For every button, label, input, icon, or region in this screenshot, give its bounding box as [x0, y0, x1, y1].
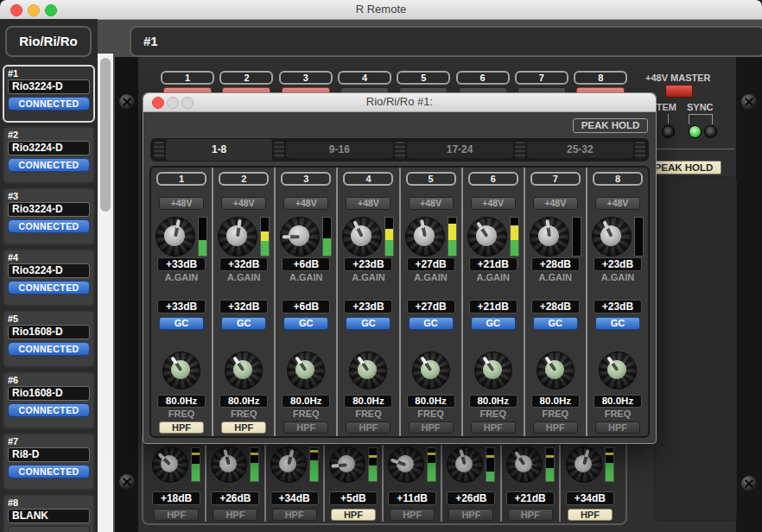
- gc-gain-value[interactable]: +28dB: [531, 300, 580, 314]
- hpf-frequency-value[interactable]: 80.0Hz: [407, 395, 455, 408]
- hpf-button[interactable]: HPF: [508, 509, 553, 521]
- phantom-48v-button[interactable]: +48V: [409, 197, 454, 210]
- analog-gain-knob[interactable]: [530, 217, 569, 256]
- analog-gain-knob[interactable]: [592, 217, 632, 256]
- hpf-button[interactable]: HPF: [346, 421, 391, 434]
- phantom-48v-button[interactable]: +48V: [346, 197, 391, 210]
- hpf-button[interactable]: HPF: [390, 509, 435, 521]
- analog-gain-knob[interactable]: [218, 217, 257, 256]
- device-item[interactable]: #1 Rio3224-D CONNECTED: [3, 65, 95, 123]
- analog-gain-value[interactable]: +21dB: [469, 257, 518, 271]
- hpf-frequency-value[interactable]: 80.0Hz: [594, 395, 642, 408]
- hpf-button[interactable]: HPF: [568, 509, 613, 521]
- hpf-button[interactable]: HPF: [154, 509, 199, 521]
- gain-compensation-button[interactable]: GC: [595, 317, 640, 330]
- tab-9-16[interactable]: 9-16: [286, 142, 392, 158]
- analog-gain-value[interactable]: +32dB: [219, 257, 268, 271]
- phantom-48v-button[interactable]: +48V: [595, 197, 640, 210]
- gain-knob[interactable]: [329, 446, 365, 483]
- gc-gain-value[interactable]: +23dB: [344, 300, 392, 314]
- analog-gain-value[interactable]: +28dB: [531, 257, 580, 271]
- gain-compensation-button[interactable]: GC: [283, 317, 328, 330]
- device-item[interactable]: #7 Ri8-D CONNECTED: [3, 433, 95, 491]
- gain-value[interactable]: +21dB: [506, 491, 555, 505]
- hpf-frequency-knob[interactable]: [474, 352, 512, 390]
- hpf-button[interactable]: HPF: [409, 421, 454, 434]
- analog-gain-knob[interactable]: [467, 217, 507, 256]
- tab-25-32[interactable]: 25-32: [527, 142, 633, 158]
- analog-gain-knob[interactable]: [156, 217, 195, 256]
- gc-gain-value[interactable]: +33dB: [157, 300, 206, 314]
- gain-value[interactable]: +11dB: [388, 491, 436, 505]
- gc-gain-value[interactable]: +6dB: [282, 300, 330, 314]
- device-item[interactable]: #4 Rio3224-D CONNECTED: [3, 249, 95, 307]
- gain-knob[interactable]: [566, 446, 602, 483]
- gain-value[interactable]: +34dB: [566, 491, 614, 505]
- analog-gain-knob[interactable]: [405, 217, 445, 256]
- tab-1-8[interactable]: 1-8: [166, 139, 272, 161]
- scrollbar-thumb[interactable]: [100, 58, 111, 212]
- gain-value[interactable]: +34dB: [270, 491, 319, 505]
- gain-compensation-button[interactable]: GC: [533, 317, 578, 330]
- gc-gain-value[interactable]: +21dB: [469, 300, 518, 314]
- hpf-button[interactable]: HPF: [448, 509, 493, 521]
- gain-compensation-button[interactable]: GC: [159, 317, 204, 330]
- analog-gain-value[interactable]: +6dB: [282, 257, 330, 271]
- analog-gain-value[interactable]: +23dB: [594, 257, 642, 271]
- hpf-frequency-knob[interactable]: [599, 352, 637, 390]
- analog-gain-knob[interactable]: [280, 217, 320, 256]
- gc-gain-value[interactable]: +27dB: [407, 300, 455, 314]
- gain-knob[interactable]: [388, 446, 424, 483]
- gain-value[interactable]: +5dB: [329, 491, 378, 505]
- gc-gain-value[interactable]: +32dB: [219, 300, 268, 314]
- gain-value[interactable]: +18dB: [152, 491, 200, 505]
- hpf-button[interactable]: HPF: [272, 509, 317, 521]
- hpf-frequency-knob[interactable]: [287, 352, 325, 390]
- hpf-button[interactable]: HPF: [159, 421, 204, 434]
- gain-compensation-button[interactable]: GC: [221, 317, 266, 330]
- hpf-frequency-knob[interactable]: [225, 352, 263, 390]
- hpf-button[interactable]: HPF: [331, 509, 376, 521]
- tab-17-24[interactable]: 17-24: [407, 142, 513, 158]
- gain-value[interactable]: +26dB: [211, 491, 259, 505]
- phantom-48v-button[interactable]: +48V: [471, 197, 516, 210]
- gain-knob[interactable]: [211, 446, 247, 483]
- phantom-48v-button[interactable]: +48V: [283, 197, 328, 210]
- peak-hold-button[interactable]: PEAK HOLD: [573, 118, 648, 133]
- phantom-48v-button[interactable]: +48V: [533, 197, 578, 210]
- hpf-button[interactable]: HPF: [213, 509, 257, 521]
- gain-knob[interactable]: [152, 446, 188, 483]
- hpf-frequency-knob[interactable]: [162, 352, 200, 390]
- hpf-button[interactable]: HPF: [283, 421, 328, 434]
- gc-gain-value[interactable]: +23dB: [594, 300, 642, 314]
- hpf-frequency-value[interactable]: 80.0Hz: [344, 395, 392, 408]
- hpf-frequency-knob[interactable]: [412, 352, 450, 390]
- gain-knob[interactable]: [506, 446, 543, 483]
- device-item[interactable]: #8 BLANK: [3, 494, 95, 532]
- hpf-frequency-knob[interactable]: [349, 352, 387, 390]
- hpf-frequency-value[interactable]: 80.0Hz: [282, 395, 330, 408]
- hpf-frequency-knob[interactable]: [537, 352, 575, 390]
- device-item[interactable]: #3 Rio3224-D CONNECTED: [3, 187, 95, 245]
- hpf-button[interactable]: HPF: [471, 421, 516, 434]
- gain-knob[interactable]: [270, 446, 307, 483]
- sidebar-scrollbar[interactable]: [98, 54, 113, 532]
- gain-compensation-button[interactable]: GC: [409, 317, 454, 330]
- hpf-frequency-value[interactable]: 80.0Hz: [157, 395, 206, 408]
- gain-value[interactable]: +26dB: [447, 491, 495, 505]
- hpf-frequency-value[interactable]: 80.0Hz: [469, 395, 518, 408]
- analog-gain-value[interactable]: +33dB: [157, 257, 206, 271]
- device-item[interactable]: #5 Rio1608-D CONNECTED: [3, 310, 95, 368]
- gain-compensation-button[interactable]: GC: [471, 317, 516, 330]
- analog-gain-knob[interactable]: [342, 217, 382, 256]
- hpf-frequency-value[interactable]: 80.0Hz: [219, 395, 268, 408]
- analog-gain-value[interactable]: +27dB: [407, 257, 455, 271]
- phantom-48v-button[interactable]: +48V: [221, 197, 266, 210]
- hpf-button[interactable]: HPF: [533, 421, 578, 434]
- gain-knob[interactable]: [447, 446, 483, 483]
- hpf-button[interactable]: HPF: [595, 421, 640, 434]
- gain-compensation-button[interactable]: GC: [346, 317, 391, 330]
- hpf-button[interactable]: HPF: [221, 421, 266, 434]
- device-item[interactable]: #2 Rio3224-D CONNECTED: [3, 126, 95, 184]
- analog-gain-value[interactable]: +23dB: [344, 257, 392, 271]
